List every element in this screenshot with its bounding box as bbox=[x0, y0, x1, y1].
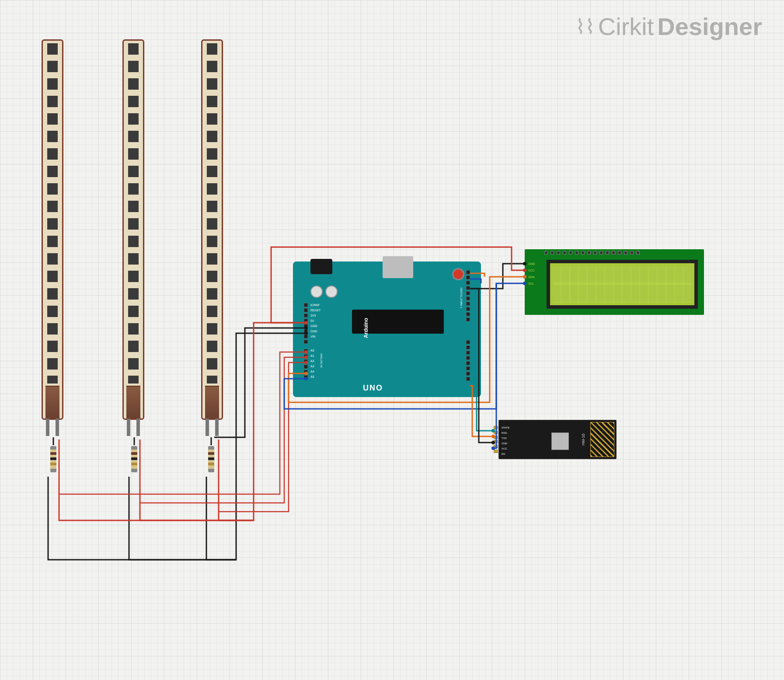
bt-pin-rxd: RXD bbox=[502, 432, 507, 434]
lcd-pin-scl: SCL bbox=[528, 282, 534, 285]
arduino-digital-label: DIGITAL (PWM~) bbox=[460, 288, 463, 308]
resistor-1[interactable] bbox=[50, 446, 56, 472]
lcd-16x2-i2c[interactable]: GND VCC SDA SCL bbox=[525, 249, 704, 315]
arduino-reset-button[interactable] bbox=[452, 268, 464, 280]
arduino-logo-text: Arduino bbox=[363, 318, 369, 338]
arduino-uno[interactable]: Arduino UNO IOREF RESET 3V3 5V GND GND V… bbox=[293, 262, 481, 397]
bt-model-label: HM-10 bbox=[581, 433, 585, 445]
pin-label: RESET bbox=[310, 309, 321, 312]
pin-label: 3V3 bbox=[310, 314, 316, 317]
flex-pin-2 bbox=[56, 418, 59, 436]
bt-antenna bbox=[590, 422, 614, 457]
pin-label: IOREF bbox=[310, 303, 320, 307]
resistor-2[interactable] bbox=[131, 446, 137, 472]
bt-pin-vcc: VCC bbox=[502, 447, 507, 450]
wire-a0 bbox=[59, 352, 306, 494]
bt-mcu-chip bbox=[551, 432, 569, 450]
arduino-header-digital-high[interactable] bbox=[466, 270, 470, 321]
lcd-header-pins[interactable] bbox=[544, 251, 699, 256]
flex-sensor-1[interactable] bbox=[42, 39, 63, 420]
wire-gnd bbox=[129, 477, 236, 560]
wire-a1 bbox=[140, 357, 306, 503]
flex-pin-1 bbox=[46, 418, 49, 436]
pin-label: VIN bbox=[310, 335, 316, 338]
lcd-char-grid bbox=[553, 266, 692, 303]
pin-label: GND bbox=[310, 330, 317, 333]
arduino-header-power[interactable] bbox=[304, 303, 308, 344]
pin-label: A3 bbox=[310, 365, 314, 368]
flex-sensor-leads bbox=[46, 418, 59, 436]
flex-sensor-leads bbox=[206, 418, 219, 436]
flex-pin-1 bbox=[127, 418, 130, 436]
bt-pin-state: STATE bbox=[502, 426, 509, 429]
lcd-screen bbox=[547, 260, 698, 309]
flex-pin-1 bbox=[206, 418, 209, 436]
pin-label: A0 bbox=[310, 349, 314, 352]
resistor-3[interactable] bbox=[208, 446, 214, 472]
wire-gnd bbox=[214, 328, 306, 437]
pin-label: A1 bbox=[310, 354, 314, 357]
flex-sensor-tail bbox=[205, 386, 219, 418]
lcd-pin-gnd: GND bbox=[528, 262, 535, 265]
flex-pin-2 bbox=[215, 418, 219, 436]
bt-header-pins[interactable] bbox=[494, 425, 499, 453]
pin-label: GND bbox=[310, 324, 317, 328]
flex-sensor-2[interactable] bbox=[122, 39, 144, 420]
bt-pin-txd: TXD bbox=[502, 437, 507, 439]
wire-5v bbox=[59, 323, 306, 520]
flex-sensor-3[interactable] bbox=[201, 39, 223, 420]
pin-label: A4 bbox=[310, 370, 314, 373]
lcd-pin-sda: SDA bbox=[528, 275, 534, 279]
arduino-header-digital-low[interactable] bbox=[466, 340, 470, 381]
flex-sensor-tail bbox=[126, 386, 140, 418]
wire-5v bbox=[219, 439, 254, 520]
pin-label: 5V bbox=[310, 319, 314, 322]
bluetooth-hm10[interactable]: HM-10 STATE RXD TXD GND VCC EN bbox=[498, 420, 617, 459]
arduino-header-analog[interactable] bbox=[304, 349, 308, 379]
bt-pin-en: EN bbox=[502, 453, 505, 455]
flex-pin-2 bbox=[136, 418, 140, 436]
wire-gnd bbox=[48, 333, 306, 560]
flex-sensor-leads bbox=[127, 418, 140, 436]
arduino-analog-label: ANALOG IN bbox=[320, 353, 323, 368]
wire-bt-vcc bbox=[493, 283, 496, 448]
wire-5v bbox=[140, 439, 254, 520]
arduino-usb-port bbox=[383, 256, 413, 278]
circuit-canvas[interactable]: Arduino UNO IOREF RESET 3V3 5V GND GND V… bbox=[0, 0, 784, 680]
arduino-barrel-jack bbox=[310, 259, 332, 274]
pin-label: A2 bbox=[310, 359, 314, 363]
flex-sensor-tail bbox=[45, 386, 59, 418]
arduino-model-label: UNO bbox=[363, 384, 383, 393]
wire-gnd bbox=[206, 477, 236, 560]
arduino-capacitors bbox=[310, 286, 338, 298]
lcd-pin-vcc: VCC bbox=[528, 269, 535, 272]
bt-pin-gnd: GND bbox=[502, 442, 507, 445]
pin-label: A5 bbox=[310, 375, 314, 378]
